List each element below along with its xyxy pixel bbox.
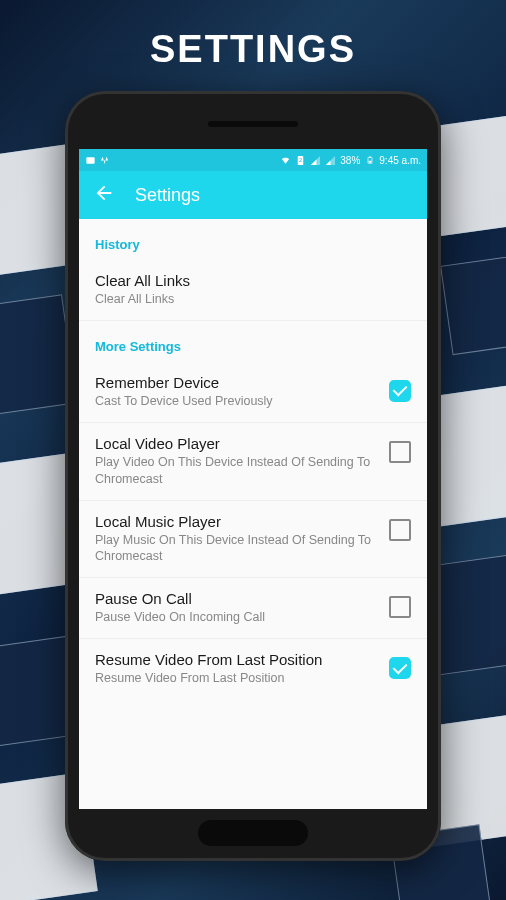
item-subtitle: Play Music On This Device Instead Of Sen… (95, 532, 379, 566)
app-bar-title: Settings (135, 185, 200, 206)
item-subtitle: Resume Video From Last Position (95, 670, 379, 687)
section-header-history: History (79, 219, 427, 260)
phone-frame: 2 38% 9:45 a.m. Settings (65, 91, 441, 861)
phone-home-button (198, 820, 308, 846)
checkbox-resume-video[interactable] (389, 657, 411, 679)
status-bar: 2 38% 9:45 a.m. (79, 149, 427, 171)
checkbox-remember-device[interactable] (389, 380, 411, 402)
svg-rect-4 (369, 157, 371, 158)
checkbox-local-video-player[interactable] (389, 441, 411, 463)
activity-icon (100, 155, 111, 166)
svg-text:2: 2 (299, 156, 302, 162)
item-clear-all-links[interactable]: Clear All Links Clear All Links (79, 260, 427, 321)
item-subtitle: Clear All Links (95, 291, 401, 308)
picture-icon (85, 155, 96, 166)
sim-icon: 2 (295, 155, 306, 166)
signal-icon-2 (325, 155, 336, 166)
item-title: Pause On Call (95, 590, 379, 607)
checkbox-local-music-player[interactable] (389, 519, 411, 541)
page-heading: SETTINGS (0, 0, 506, 91)
item-remember-device[interactable]: Remember Device Cast To Device Used Prev… (79, 362, 427, 423)
svg-rect-0 (86, 157, 94, 163)
wifi-icon (280, 155, 291, 166)
item-title: Resume Video From Last Position (95, 651, 379, 668)
battery-icon (364, 155, 375, 166)
item-local-video-player[interactable]: Local Video Player Play Video On This De… (79, 423, 427, 501)
item-title: Local Video Player (95, 435, 379, 452)
back-arrow-icon[interactable] (93, 182, 115, 208)
battery-percent: 38% (340, 155, 360, 166)
status-time: 9:45 a.m. (379, 155, 421, 166)
phone-speaker (208, 121, 298, 127)
item-local-music-player[interactable]: Local Music Player Play Music On This De… (79, 501, 427, 579)
item-resume-video[interactable]: Resume Video From Last Position Resume V… (79, 639, 427, 699)
item-title: Local Music Player (95, 513, 379, 530)
signal-icon (310, 155, 321, 166)
app-bar: Settings (79, 171, 427, 219)
item-subtitle: Cast To Device Used Previously (95, 393, 379, 410)
item-subtitle: Play Video On This Device Instead Of Sen… (95, 454, 379, 488)
section-header-more: More Settings (79, 321, 427, 362)
item-pause-on-call[interactable]: Pause On Call Pause Video On Incoming Ca… (79, 578, 427, 639)
phone-screen: 2 38% 9:45 a.m. Settings (79, 149, 427, 809)
item-title: Remember Device (95, 374, 379, 391)
item-title: Clear All Links (95, 272, 401, 289)
item-subtitle: Pause Video On Incoming Call (95, 609, 379, 626)
checkbox-pause-on-call[interactable] (389, 596, 411, 618)
settings-content: History Clear All Links Clear All Links … (79, 219, 427, 809)
